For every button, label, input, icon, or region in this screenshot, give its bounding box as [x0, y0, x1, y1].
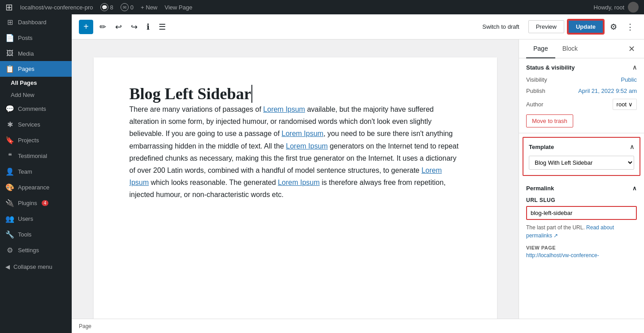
settings-icon: ⚙	[5, 246, 14, 254]
sidebar-item-media[interactable]: 🖼 Media	[0, 46, 72, 61]
status-visibility-header[interactable]: Status & visibility ∧	[526, 64, 637, 71]
collapse-menu-button[interactable]: ◀ Collapse menu	[0, 258, 72, 276]
wp-logo[interactable]: ⊞	[5, 2, 13, 13]
howdy-label: Howdy, root	[594, 2, 639, 13]
preview-button[interactable]: Preview	[528, 20, 564, 33]
projects-icon: 🔖	[5, 136, 14, 145]
read-about-permalinks-link[interactable]: Read about permalinks ↗	[526, 224, 614, 239]
posts-icon: 📄	[5, 34, 14, 42]
editor-toolbar: + ✏ ↩ ↪ ℹ ☰ Switch to draft Preview Upda…	[72, 14, 644, 39]
status-visibility-chevron: ∧	[632, 64, 637, 71]
template-section-header[interactable]: Template ∧	[529, 143, 634, 150]
sidebar-item-tools[interactable]: 🔧 Tools	[0, 227, 72, 242]
admin-bar: ⊞ localhost/vw-conference-pro 💬 8 ✉ 0 + …	[0, 0, 644, 14]
publish-value[interactable]: April 21, 2022 9:52 am	[578, 88, 637, 94]
editor-content: Blog Left Sidebar There are many variati…	[72, 39, 519, 319]
testimonial-icon: ❝	[5, 152, 14, 160]
edit-button[interactable]: ✏	[97, 19, 109, 35]
update-button[interactable]: Update	[568, 20, 604, 34]
toolbar-right: Switch to draft Preview Update ⚙ ⋮	[477, 19, 637, 35]
sidebar-item-settings[interactable]: ⚙ Settings	[0, 242, 72, 258]
sidebar-item-users[interactable]: 👥 Users	[0, 211, 72, 227]
visibility-value[interactable]: Public	[621, 76, 637, 83]
permalink-header[interactable]: Permalink ∧	[526, 185, 637, 192]
sidebar-item-dashboard[interactable]: ⊞ Dashboard	[0, 14, 72, 30]
permalink-section: Permalink ∧ URL Slug The last part of th…	[519, 180, 644, 264]
settings-button[interactable]: ⚙	[607, 19, 620, 35]
template-chevron: ∧	[630, 143, 634, 150]
page-canvas: Blog Left Sidebar There are many variati…	[94, 57, 497, 319]
move-to-trash-container: Move to trash	[526, 114, 637, 127]
user-avatar[interactable]	[628, 2, 639, 13]
new-link[interactable]: + New	[141, 4, 157, 11]
lorem-ipsum-link-3[interactable]: Lorem Ipsum	[286, 142, 328, 150]
comments-icon: 💬	[100, 3, 108, 11]
sidebar-item-pages[interactable]: 📋 Pages	[0, 61, 72, 77]
author-select[interactable]: root ∨	[613, 99, 637, 110]
page-title-block: Blog Left Sidebar	[130, 84, 461, 103]
media-icon: 🖼	[5, 49, 14, 57]
plugins-icon: 🔌	[5, 199, 14, 207]
comments-nav-icon: 💬	[5, 105, 14, 113]
messages-icon: ✉	[121, 3, 129, 11]
appearance-icon: 🎨	[5, 183, 14, 192]
lorem-ipsum-link-1[interactable]: Lorem Ipsum	[263, 105, 305, 113]
sidebar-item-appearance[interactable]: 🎨 Appearance	[0, 180, 72, 195]
plugins-badge: 4	[42, 200, 49, 206]
tab-page[interactable]: Page	[526, 39, 555, 58]
collapse-icon: ◀	[5, 263, 10, 270]
lorem-ipsum-link-2[interactable]: Lorem Ipsum	[281, 130, 323, 137]
template-section: Template ∧ Blog With Left Sidebar Defaul…	[523, 137, 640, 176]
undo-button[interactable]: ↩	[112, 19, 125, 35]
editor-main: Blog Left Sidebar There are many variati…	[72, 39, 644, 319]
info-button[interactable]: ℹ	[144, 19, 152, 35]
lorem-ipsum-link-5[interactable]: Lorem Ipsum	[278, 179, 320, 186]
list-view-button[interactable]: ☰	[156, 19, 169, 35]
author-select-chevron: ∨	[628, 101, 633, 108]
permalink-chevron: ∧	[632, 185, 637, 192]
switch-to-draft-button[interactable]: Switch to draft	[477, 21, 524, 33]
author-row: Author root ∨	[526, 99, 637, 110]
sidebar-item-plugins[interactable]: 🔌 Plugins 4	[0, 195, 72, 211]
url-slug-input[interactable]	[526, 206, 637, 220]
sidebar-item-team[interactable]: 👤 Team	[0, 164, 72, 180]
url-slug-description: The last part of the URL. Read about per…	[526, 223, 637, 240]
publish-row: Publish April 21, 2022 9:52 am	[526, 88, 637, 94]
comments-link[interactable]: 💬 8	[100, 3, 113, 11]
team-icon: 👤	[5, 167, 14, 176]
editor-panel: Page Block ✕ Status & visibility ∧ Visib…	[519, 39, 644, 319]
panel-close-button[interactable]: ✕	[627, 42, 637, 56]
site-link[interactable]: localhost/vw-conference-pro	[20, 4, 93, 11]
view-page-link[interactable]: View Page	[164, 4, 192, 11]
sidebar-item-comments[interactable]: 💬 Comments	[0, 101, 72, 117]
sidebar-item-add-new[interactable]: Add New	[0, 89, 72, 101]
move-to-trash-button[interactable]: Move to trash	[526, 114, 573, 127]
view-page-url[interactable]: http://localhost/vw-conference-	[526, 252, 637, 259]
sidebar-item-posts[interactable]: 📄 Posts	[0, 30, 72, 46]
panel-tabs: Page Block ✕	[519, 39, 644, 58]
dashboard-icon: ⊞	[5, 18, 14, 26]
users-icon: 👥	[5, 215, 14, 223]
site-url: localhost/vw-conference-pro	[20, 4, 93, 11]
editor-wrap: + ✏ ↩ ↪ ℹ ☰ Switch to draft Preview Upda…	[72, 14, 644, 333]
tools-icon: 🔧	[5, 230, 14, 239]
messages-link[interactable]: ✉ 0	[121, 3, 134, 11]
pages-icon: 📋	[5, 65, 14, 73]
more-options-button[interactable]: ⋮	[623, 19, 637, 35]
editor-bottom-bar: Page	[72, 319, 644, 333]
sidebar-item-all-pages[interactable]: All Pages	[0, 77, 72, 89]
tab-block[interactable]: Block	[555, 39, 585, 58]
sidebar-item-testimonial[interactable]: ❝ Testimonial	[0, 148, 72, 164]
sidebar: ⊞ Dashboard 📄 Posts 🖼 Media 📋 Pages All …	[0, 14, 72, 333]
template-select[interactable]: Blog With Left Sidebar Default Template …	[529, 156, 634, 170]
redo-button[interactable]: ↪	[128, 19, 140, 35]
status-visibility-section: Status & visibility ∧ Visibility Public …	[519, 58, 644, 133]
sidebar-item-projects[interactable]: 🔖 Projects	[0, 132, 72, 148]
visibility-row: Visibility Public	[526, 76, 637, 83]
sidebar-item-services[interactable]: ✱ Services	[0, 117, 72, 132]
services-icon: ✱	[5, 120, 14, 129]
page-body-text: There are many variations of passages of…	[130, 103, 461, 201]
page-title[interactable]: Blog Left Sidebar	[130, 85, 252, 103]
add-block-button[interactable]: +	[79, 20, 93, 34]
